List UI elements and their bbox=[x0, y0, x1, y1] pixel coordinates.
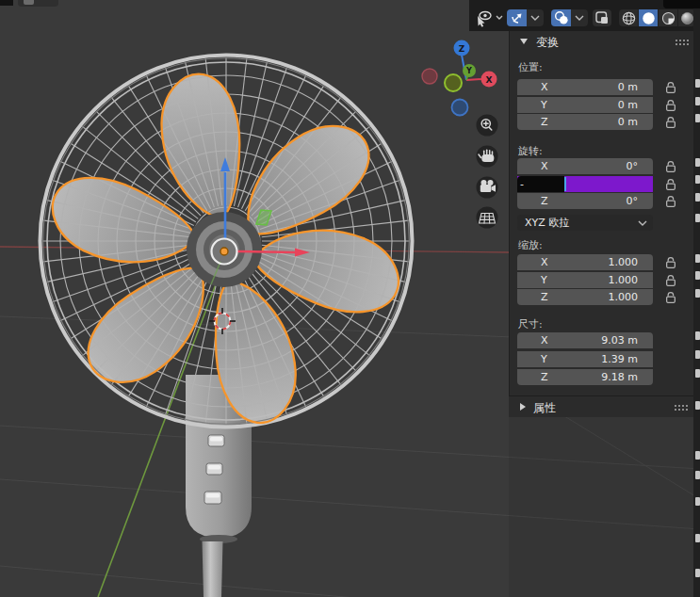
axis-minus-x-ball[interactable] bbox=[422, 69, 437, 84]
scale-y-field[interactable]: Y 1.000 bbox=[517, 272, 653, 288]
overlays-dropdown[interactable] bbox=[571, 9, 588, 26]
object-origin bbox=[220, 248, 228, 255]
panel-title: 变换 bbox=[536, 35, 559, 51]
field-value: 0 m bbox=[618, 114, 638, 130]
field-value: 0 m bbox=[618, 97, 638, 113]
xray-icon bbox=[594, 9, 610, 26]
axis-label: X bbox=[541, 332, 548, 348]
gizmo-arrow-icon bbox=[510, 10, 525, 25]
location-y-lock-icon[interactable] bbox=[663, 98, 678, 113]
dimension-x-field[interactable]: X 9.03 m bbox=[517, 332, 653, 348]
cropped-decorator-icon bbox=[695, 369, 700, 378]
field-value: 1.000 bbox=[609, 254, 639, 270]
axis-minus-y-ball[interactable] bbox=[445, 74, 462, 91]
axis-label: X bbox=[541, 79, 548, 95]
rotation-z-field[interactable]: Z 0° bbox=[517, 193, 653, 209]
cropped-decorator-icon bbox=[695, 471, 700, 479]
text-cursor bbox=[564, 177, 566, 191]
sidebar-collapsed-panel[interactable]: 属性 bbox=[509, 395, 693, 417]
field-value: 1.000 bbox=[609, 272, 639, 288]
rendered-sphere-icon bbox=[679, 10, 695, 26]
field-value: 1.000 bbox=[609, 289, 639, 305]
rotation-z-lock-icon[interactable] bbox=[663, 194, 678, 209]
dimension-y-field[interactable]: Y 1.39 m bbox=[517, 351, 653, 367]
cropped-decorator-icon bbox=[695, 175, 700, 184]
axis-label: Y bbox=[541, 351, 547, 367]
location-z-lock-icon[interactable] bbox=[663, 115, 678, 130]
scale-x-field[interactable]: X 1.000 bbox=[517, 254, 653, 270]
chevron-down-icon bbox=[575, 14, 584, 22]
material-sphere-icon bbox=[660, 10, 676, 26]
driver-expression-input[interactable]: -frame/3 bbox=[517, 176, 564, 192]
cropped-decorator-icon bbox=[695, 451, 700, 460]
cropped-decorator-strip bbox=[693, 0, 700, 597]
panel-title: 属性 bbox=[533, 400, 556, 416]
axis-label: Z bbox=[541, 289, 548, 305]
sidebar-transform-panel: 变换 位置: X 0 m Y 0 m Z 0 m 旋转: X 0° -frame… bbox=[509, 31, 693, 417]
field-value: 9.03 m bbox=[601, 332, 638, 348]
wireframe-sphere-icon bbox=[621, 10, 637, 26]
dimension-z-field[interactable]: Z 9.18 m bbox=[517, 369, 653, 385]
panel-expand-icon[interactable] bbox=[520, 403, 526, 411]
dimensions-label: 尺寸: bbox=[518, 317, 543, 331]
axis-label: Z bbox=[541, 114, 548, 130]
cropped-decorator-icon bbox=[695, 114, 700, 122]
solid-sphere-icon bbox=[641, 10, 657, 26]
sidebar-empty-area bbox=[509, 417, 693, 597]
rotation-x-lock-icon[interactable] bbox=[663, 159, 678, 174]
location-label: 位置: bbox=[518, 60, 543, 74]
show-overlays-toggle[interactable] bbox=[551, 9, 571, 26]
cropped-decorator-icon bbox=[695, 569, 700, 577]
cropped-decorator-icon bbox=[695, 289, 700, 298]
location-x-field[interactable]: X 0 m bbox=[517, 79, 653, 95]
axis-label: Z bbox=[541, 193, 548, 209]
scale-y-lock-icon[interactable] bbox=[663, 273, 678, 288]
axis-minus-z-ball[interactable] bbox=[452, 100, 468, 116]
location-y-field[interactable]: Y 0 m bbox=[517, 97, 653, 113]
axis-gizmo[interactable]: ZXY bbox=[422, 40, 497, 116]
toggle-ortho-button[interactable] bbox=[477, 207, 498, 229]
object-visibility-dropdown[interactable] bbox=[473, 9, 505, 26]
field-value: 9.18 m bbox=[601, 369, 638, 385]
cropped-toolbar-button bbox=[18, 0, 58, 7]
svg-text:Y: Y bbox=[465, 67, 472, 75]
axis-label: Y bbox=[541, 272, 547, 288]
zoom-button[interactable] bbox=[477, 115, 498, 137]
shading-material-button[interactable] bbox=[659, 9, 678, 26]
cropped-decorator-icon bbox=[695, 331, 700, 340]
cropped-decorator-icon bbox=[695, 497, 700, 506]
scale-x-lock-icon[interactable] bbox=[663, 255, 678, 270]
panel-drag-handle[interactable] bbox=[674, 404, 688, 411]
location-z-field[interactable]: Z 0 m bbox=[517, 114, 653, 130]
show-gizmo-toggle[interactable] bbox=[507, 9, 527, 26]
axis-label: Z bbox=[541, 369, 548, 385]
eye-cursor-icon bbox=[474, 8, 504, 27]
cropped-decorator-icon bbox=[695, 350, 700, 359]
panel-collapse-icon[interactable] bbox=[520, 39, 528, 44]
field-value: 0° bbox=[627, 158, 639, 174]
rotation-y-driver-field[interactable]: -frame/3 bbox=[517, 176, 653, 192]
toggle-xray-button[interactable] bbox=[593, 9, 611, 26]
cropped-icon bbox=[24, 0, 34, 5]
rotation-y-lock-icon[interactable] bbox=[663, 177, 678, 192]
cropped-decorator-icon bbox=[695, 401, 700, 410]
chevron-down-icon bbox=[530, 14, 540, 22]
rotation-label: 旋转: bbox=[518, 144, 543, 158]
field-value: 1.39 m bbox=[601, 351, 638, 367]
cropped-decorator-icon bbox=[695, 79, 700, 88]
location-x-lock-icon[interactable] bbox=[663, 80, 678, 95]
cropped-toolbar-fragment bbox=[0, 0, 13, 6]
rotation-mode-select[interactable]: XYZ 欧拉 bbox=[517, 215, 653, 231]
scale-z-lock-icon[interactable] bbox=[663, 290, 678, 305]
cropped-decorator-icon bbox=[695, 97, 700, 105]
svg-text:X: X bbox=[486, 75, 493, 85]
overlays-icon bbox=[553, 9, 570, 26]
rotation-x-field[interactable]: X 0° bbox=[517, 158, 653, 174]
shading-wireframe-button[interactable] bbox=[619, 9, 639, 26]
cropped-workspace-tab bbox=[663, 0, 700, 8]
panel-drag-handle[interactable] bbox=[675, 39, 689, 45]
gizmo-dropdown[interactable] bbox=[527, 9, 544, 26]
scale-z-field[interactable]: Z 1.000 bbox=[517, 289, 653, 305]
shading-solid-button[interactable] bbox=[639, 9, 659, 26]
nav-tools[interactable] bbox=[477, 115, 498, 229]
